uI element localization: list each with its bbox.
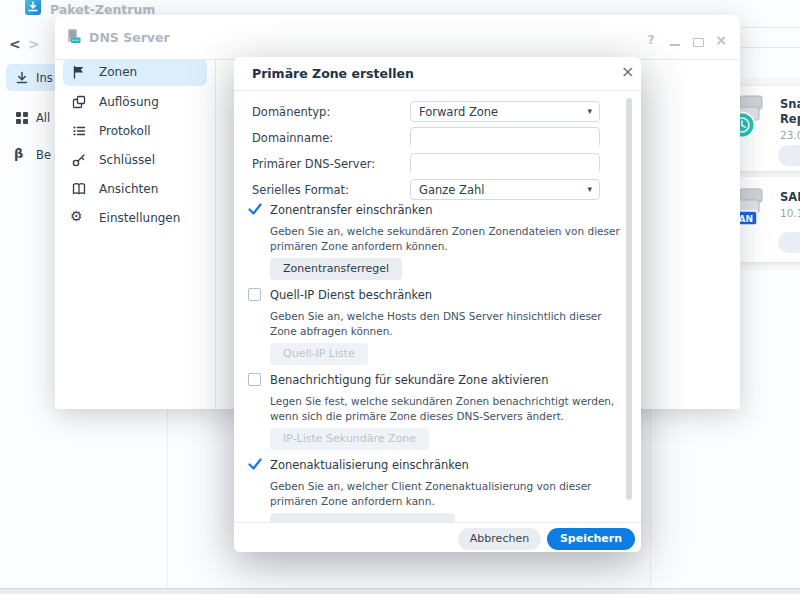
sidebar-item-protokoll[interactable]: Protokoll: [63, 118, 207, 145]
quell-ip-liste-button[interactable]: Quell-IP Liste: [270, 343, 368, 365]
sidebar-item-label: Auflösung: [99, 95, 159, 109]
forward-button[interactable]: >: [28, 36, 40, 52]
quell-ip-description: Geben Sie an, welche Hosts den DNS Serve…: [270, 309, 626, 339]
chevron-down-icon: ▾: [587, 106, 592, 116]
sidebar-item-einstellungen[interactable]: ⚙ Einstellungen: [63, 205, 207, 232]
resolution-icon: [71, 94, 87, 110]
sidebar-item-label: Protokoll: [99, 124, 151, 138]
minimize-icon[interactable]: [670, 44, 680, 46]
zonentransferregel-button[interactable]: Zonentransferregel: [270, 258, 402, 280]
sidebar-item-schluessel[interactable]: Schlüssel: [63, 147, 207, 174]
save-button[interactable]: Speichern: [547, 528, 635, 550]
checkmark-icon: [247, 456, 263, 472]
zonentransfer-description: Geben Sie an, welche sekundären Zonen Zo…: [270, 224, 626, 254]
serial-format-value: Ganze Zahl: [411, 180, 599, 200]
download-icon: [14, 70, 30, 86]
desktop-strip: [0, 589, 800, 594]
sidebar-divider: [167, 409, 168, 588]
domainname-field-wrap: [410, 127, 600, 148]
sidebar-item-all-label[interactable]: All: [36, 111, 50, 125]
field-label-domaenentyp: Domänentyp:: [252, 105, 330, 119]
toolbar-divider-top: [741, 27, 800, 28]
toolbar-divider-bottom: [741, 47, 800, 48]
open-button[interactable]: Öf: [778, 232, 800, 253]
chevron-down-icon: ▾: [587, 184, 592, 194]
primary-dns-input[interactable]: [411, 156, 599, 175]
book-icon: [71, 181, 87, 197]
help-icon[interactable]: ?: [645, 33, 657, 47]
partial-button[interactable]: [270, 513, 455, 522]
quell-ip-label: Quell-IP Dienst beschränken: [270, 288, 432, 302]
dns-server-icon: [65, 28, 81, 44]
dialog-footer: Abbrechen Speichern: [234, 522, 641, 552]
back-button[interactable]: <: [9, 36, 21, 52]
package-title-line1: Snap: [780, 97, 800, 112]
sidebar-item-label: Zonen: [99, 65, 137, 79]
domainname-input[interactable]: [411, 130, 599, 149]
content-divider: [650, 409, 651, 588]
package-title-line2: Repl: [780, 112, 800, 127]
flag-icon: [71, 64, 87, 80]
field-label-serial-format: Serielles Format:: [252, 183, 349, 197]
benachrichtigung-checkbox[interactable]: [248, 373, 261, 386]
benachrichtigung-label: Benachrichtigung für sekundäre Zone akti…: [270, 373, 548, 387]
close-icon[interactable]: ×: [714, 32, 728, 48]
dns-window-title: DNS Server: [89, 30, 170, 45]
dns-sidebar-divider: [215, 60, 216, 409]
package-center-icon: [25, 0, 41, 15]
field-label-primary-dns: Primärer DNS-Server:: [252, 157, 375, 171]
dialog-header-divider: [234, 90, 641, 91]
dialog-scrollbar[interactable]: [626, 98, 632, 500]
package-version: 10.1: [780, 207, 800, 219]
zonenaktualisierung-description: Geben Sie an, welcher Client Zonenaktual…: [270, 479, 626, 509]
list-icon: [71, 123, 87, 139]
domaenentyp-value: Forward Zone: [411, 102, 599, 122]
dialog-close-icon[interactable]: ×: [621, 64, 634, 80]
serial-format-select[interactable]: Ganze Zahl ▾: [410, 179, 600, 200]
ip-liste-sekundaere-zone-button[interactable]: IP-Liste Sekundäre Zone: [270, 428, 429, 450]
sidebar-item-label: Ansichten: [99, 182, 158, 196]
sidebar-item-label: Einstellungen: [99, 211, 180, 225]
primary-dns-field-wrap: [410, 153, 600, 174]
zonentransfer-label: Zonentransfer einschränken: [270, 203, 432, 217]
grid-icon: [14, 110, 30, 126]
quell-ip-checkbox[interactable]: [248, 288, 261, 301]
package-title-line1: SAN: [780, 190, 800, 205]
field-label-domainname: Domainname:: [252, 131, 333, 145]
key-icon: [71, 152, 87, 168]
sidebar-item-ansichten[interactable]: Ansichten: [63, 176, 207, 203]
checkmark-icon: [247, 201, 263, 217]
sidebar-item-beta-label[interactable]: Be: [36, 148, 51, 162]
zonenaktualisierung-checkbox[interactable]: [248, 458, 261, 471]
sidebar-item-aufloesung[interactable]: Auflösung: [63, 89, 207, 116]
cancel-button[interactable]: Abbrechen: [458, 528, 541, 550]
benachrichtigung-description: Legen Sie fest, welche sekundären Zonen …: [270, 394, 626, 424]
maximize-icon[interactable]: [693, 38, 704, 47]
zonentransfer-checkbox[interactable]: [248, 203, 261, 216]
dialog-title: Primäre Zone erstellen: [252, 66, 414, 81]
sidebar-item-zonen[interactable]: Zonen: [63, 59, 207, 86]
beta-icon: β: [14, 146, 23, 161]
create-primary-zone-dialog: Primäre Zone erstellen × Domänentyp: For…: [234, 57, 641, 551]
sidebar-item-label: Schlüssel: [99, 153, 155, 167]
open-button[interactable]: Öf: [778, 145, 800, 166]
gear-icon: ⚙: [70, 208, 83, 224]
zonenaktualisierung-label: Zonenaktualisierung einschränken: [270, 458, 469, 472]
package-version: 23.0-: [780, 129, 800, 141]
domaenentyp-select[interactable]: Forward Zone ▾: [410, 101, 600, 122]
screen: Paket-Zentrum < > Ins All β Be: [0, 0, 800, 594]
sidebar-item-installed-label: Ins: [36, 71, 53, 85]
